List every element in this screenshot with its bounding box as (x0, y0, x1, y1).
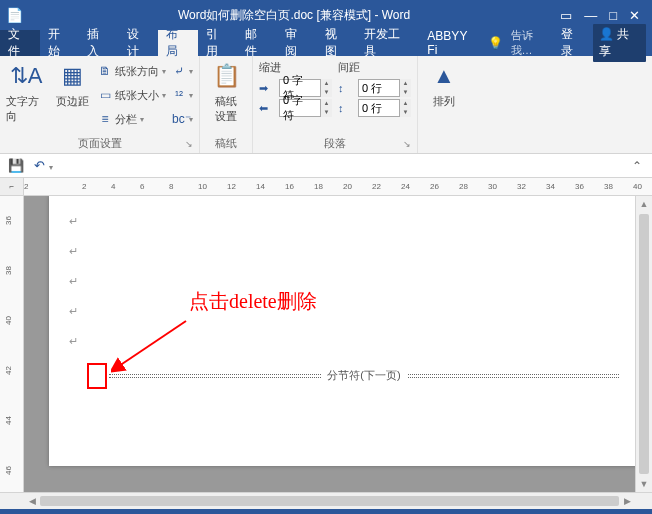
scrollbar-horizontal[interactable]: ◀ ▶ (0, 492, 652, 509)
group-arrange: ▲ 排列 (418, 56, 470, 153)
tab-file[interactable]: 文件 (0, 30, 40, 56)
cursor-highlight (87, 363, 107, 389)
paragraph-mark[interactable] (69, 244, 619, 274)
spin-down[interactable]: ▼ (320, 108, 332, 117)
bulb-icon: 💡 (488, 36, 503, 50)
page[interactable]: 分节符(下一页) 点击delete删除 (49, 196, 635, 466)
line-numbers-button[interactable]: ¹²▾ (172, 84, 193, 106)
text-direction-icon: ⇅A (10, 60, 43, 92)
page-setup-dialog-icon[interactable]: ↘ (185, 139, 193, 149)
ruler-horizontal[interactable]: 2246810121416182022242628303234363840 (24, 178, 652, 195)
columns-icon: ≡ (98, 112, 112, 126)
paragraph-mark[interactable] (69, 274, 619, 304)
orientation-button[interactable]: 🗎纸张方向 ▾ (98, 60, 166, 82)
window-title: Word如何删除空白页.doc [兼容模式] - Word (28, 7, 560, 24)
document-area[interactable]: 分节符(下一页) 点击delete删除 (24, 196, 635, 492)
orientation-icon: 🗎 (98, 64, 112, 78)
indent-right-icon: ⬅ (259, 102, 275, 115)
tab-insert[interactable]: 插入 (79, 30, 119, 56)
scroll-up-icon[interactable]: ▲ (640, 196, 649, 212)
space-before-icon: ↕ (338, 82, 354, 94)
spin-up[interactable]: ▲ (320, 79, 332, 88)
space-after-row: ↕ 0 行 ▲▼ (338, 99, 411, 117)
tab-home[interactable]: 开始 (40, 30, 80, 56)
spacing-label: 间距 (338, 60, 411, 77)
login-link[interactable]: 登录 (561, 26, 584, 60)
tell-me-input[interactable]: 告诉我… (511, 28, 554, 58)
tab-references[interactable]: 引用 (198, 30, 238, 56)
tab-abbyy[interactable]: ABBYY Fi (419, 30, 487, 56)
close-icon[interactable]: ✕ (629, 8, 640, 23)
spin-up[interactable]: ▲ (399, 99, 411, 108)
group-manuscript: 📋 稿纸 设置 稿纸 (200, 56, 253, 153)
arrange-icon: ▲ (433, 60, 455, 92)
spin-down[interactable]: ▼ (399, 108, 411, 117)
space-after-icon: ↕ (338, 102, 354, 114)
app-icon: 📄 (0, 7, 28, 23)
group-label-paragraph: 段落 (324, 137, 346, 149)
spin-down[interactable]: ▼ (399, 88, 411, 97)
undo-icon[interactable]: ↶ ▾ (34, 158, 53, 173)
breaks-icon: ⤶ (172, 64, 186, 78)
columns-button[interactable]: ≡分栏 ▾ (98, 108, 166, 130)
indent-left-icon: ➡ (259, 82, 275, 95)
paragraph-dialog-icon[interactable]: ↘ (403, 139, 411, 149)
spin-up[interactable]: ▲ (320, 99, 332, 108)
group-label-manuscript: 稿纸 (206, 134, 246, 151)
minimize-icon[interactable]: — (584, 8, 597, 23)
group-paragraph: 缩进 ➡ 0 字符 ▲▼ ⬅ 0 字符 ▲▼ 间距 ↕ 0 行 ▲▼ (253, 56, 418, 153)
manuscript-button[interactable]: 📋 稿纸 设置 (206, 60, 246, 124)
tab-developer[interactable]: 开发工具 (356, 30, 419, 56)
share-button[interactable]: 👤 共享 (593, 24, 646, 62)
paragraph-mark[interactable] (69, 214, 619, 244)
scroll-thumb[interactable] (639, 214, 649, 474)
save-icon[interactable]: 💾 (8, 158, 24, 173)
spin-up[interactable]: ▲ (399, 79, 411, 88)
tab-layout[interactable]: 布局 (158, 30, 198, 56)
collapse-ribbon-icon[interactable]: ⌃ (632, 159, 652, 173)
group-page-setup: ⇅A 文字方向 ▦ 页边距 🗎纸张方向 ▾ ▭纸张大小 ▾ ≡分栏 ▾ ⤶▾ ¹… (0, 56, 200, 153)
size-button[interactable]: ▭纸张大小 ▾ (98, 84, 166, 106)
ribbon-options-icon[interactable]: ▭ (560, 8, 572, 23)
spin-down[interactable]: ▼ (320, 88, 332, 97)
line-numbers-icon: ¹² (172, 88, 186, 102)
svg-line-0 (119, 321, 186, 366)
tab-mailings[interactable]: 邮件 (237, 30, 277, 56)
scroll-thumb[interactable] (40, 496, 619, 506)
tab-design[interactable]: 设计 (119, 30, 159, 56)
ruler-corner[interactable]: ⌐ (0, 178, 24, 195)
text-direction-button[interactable]: ⇅A 文字方向 (6, 60, 46, 124)
arrange-button[interactable]: ▲ 排列 (424, 60, 464, 109)
space-before-row: ↕ 0 行 ▲▼ (338, 79, 411, 97)
size-icon: ▭ (98, 88, 112, 102)
tab-review[interactable]: 审阅 (277, 30, 317, 56)
annotation-arrow (111, 316, 191, 376)
scroll-left-icon[interactable]: ◀ (24, 496, 40, 506)
annotation-text: 点击delete删除 (189, 288, 317, 315)
manuscript-icon: 📋 (213, 60, 240, 92)
scroll-down-icon[interactable]: ▼ (640, 476, 649, 492)
breaks-button[interactable]: ⤶▾ (172, 60, 193, 82)
scrollbar-vertical[interactable]: ▲ ▼ (635, 196, 652, 492)
ruler-vertical[interactable]: 363840424446 (0, 196, 24, 492)
indent-right-row: ⬅ 0 字符 ▲▼ (259, 99, 332, 117)
margins-icon: ▦ (62, 60, 83, 92)
scroll-right-icon[interactable]: ▶ (619, 496, 635, 506)
hyphenation-icon: bc⁻ (172, 112, 186, 126)
maximize-icon[interactable]: □ (609, 8, 617, 23)
margins-button[interactable]: ▦ 页边距 (52, 60, 92, 109)
group-label-page-setup: 页面设置 (78, 137, 122, 149)
hyphenation-button[interactable]: bc⁻▾ (172, 108, 193, 130)
tab-view[interactable]: 视图 (317, 30, 357, 56)
